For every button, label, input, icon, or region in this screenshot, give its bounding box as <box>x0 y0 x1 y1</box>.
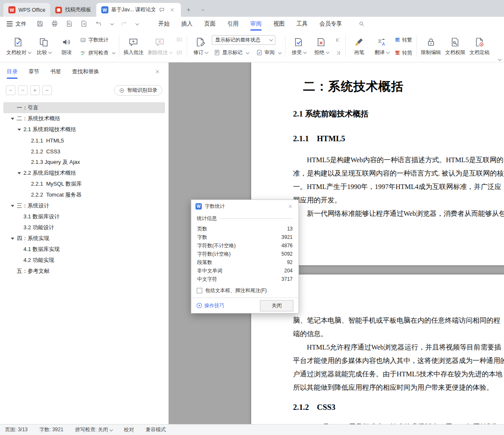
show-markup-icon <box>214 49 220 56</box>
zoom-out-button[interactable] <box>42 85 52 95</box>
next-change-button[interactable] <box>333 48 343 58</box>
compat-mode-indicator[interactable]: 兼容模式 <box>146 426 166 433</box>
checkbox[interactable] <box>197 288 202 293</box>
proofread-button[interactable]: 文档校对 <box>4 33 33 60</box>
new-tab-button[interactable] <box>183 4 194 15</box>
tab-list-button[interactable] <box>198 4 208 15</box>
next-comment-button[interactable] <box>174 48 185 58</box>
toc-item[interactable]: 2.1 系统前端技术概括 <box>3 124 165 135</box>
tab-view[interactable]: 视图 <box>273 17 285 31</box>
tab-chapters[interactable]: 章节 <box>28 68 39 75</box>
reject-button[interactable]: 拒绝 <box>310 33 333 60</box>
traditional-to-simplified-button[interactable]: 繁 转简 <box>393 48 414 58</box>
print-preview-button[interactable] <box>65 20 73 28</box>
toc-item[interactable]: 3.1 数据库设计 <box>3 211 165 222</box>
simplified-to-traditional-button[interactable]: 简 转繁 <box>393 35 414 45</box>
toc-item[interactable]: 三：系统设计 <box>3 200 165 211</box>
dialog-title: 字数统计 <box>205 203 225 210</box>
tab-page[interactable]: 页面 <box>204 17 216 31</box>
previous-comment-button[interactable] <box>174 35 185 45</box>
word-count-indicator[interactable]: 字数: 3921 <box>39 426 63 433</box>
delete-comment-button[interactable]: 删除批注 <box>146 33 174 60</box>
reject-icon <box>316 37 327 48</box>
page-indicator[interactable]: 页面: 3/13 <box>5 426 28 433</box>
tab-close-icon[interactable] <box>168 6 176 14</box>
tab-insert[interactable]: 插入 <box>181 17 193 31</box>
translate-button[interactable]: 文A 翻译 <box>370 33 393 60</box>
tab-catalog[interactable]: 目录 <box>7 68 18 75</box>
active-document-tab[interactable]: W 基于Jav... 课程论文 <box>96 3 181 17</box>
track-changes-button[interactable]: 修订 <box>189 33 212 60</box>
accept-icon <box>293 37 304 48</box>
ribbon-collapse-icon[interactable] <box>498 57 501 61</box>
tab-find-replace[interactable]: 查找和替换 <box>72 68 99 75</box>
print-button[interactable] <box>50 20 59 28</box>
expand-arrow-icon[interactable] <box>11 205 14 207</box>
tips-link[interactable]: 操作技巧 <box>196 302 224 309</box>
proofread-toggle[interactable]: 校对 <box>124 426 134 433</box>
toc-item[interactable]: 一：引言 <box>3 102 165 113</box>
toc-item[interactable]: 4.1 数据库实现 <box>3 244 165 255</box>
tab-member[interactable]: 会员专享 <box>319 17 342 31</box>
redo-button[interactable] <box>119 20 128 28</box>
zoom-in-button[interactable] <box>30 85 40 95</box>
redo-caret-icon[interactable] <box>135 22 139 25</box>
export-button[interactable] <box>80 20 88 28</box>
tab-reference[interactable]: 引用 <box>227 17 239 31</box>
expand-arrow-icon[interactable] <box>11 118 14 120</box>
toc-item[interactable]: 四：系统实现 <box>3 233 165 244</box>
toc-item[interactable]: 2.1.3 Jquery 及 Ajax <box>3 157 165 168</box>
caret-icon <box>28 50 31 54</box>
expand-all-button[interactable] <box>6 85 15 95</box>
undo-caret-icon[interactable] <box>110 22 113 25</box>
review-pane-button[interactable]: 审阅 <box>254 48 283 58</box>
toc-item[interactable]: 4.2 功能实现 <box>3 255 165 266</box>
spell-check-toggle[interactable]: 拼写检查: 关闭 <box>75 426 112 433</box>
compare-button[interactable]: 比较 <box>33 33 55 60</box>
tab-tools[interactable]: 工具 <box>296 17 308 31</box>
expand-arrow-icon[interactable] <box>18 129 21 131</box>
search-icon[interactable] <box>357 19 366 28</box>
svg-text:123: 123 <box>82 39 85 41</box>
save-button[interactable] <box>36 20 44 28</box>
close-pane-icon[interactable] <box>153 67 162 76</box>
expand-arrow-icon[interactable] <box>18 172 21 174</box>
tab-review[interactable]: 审阅 <box>250 17 262 31</box>
file-menu-button[interactable]: 文件 <box>7 20 26 28</box>
toc-item[interactable]: 五：参考文献 <box>3 266 165 277</box>
show-markup-button[interactable]: 显示标记 <box>212 48 251 58</box>
doc-permission-button[interactable]: 文档权限 <box>443 33 468 60</box>
toc-item[interactable]: 2.2 系统后端技术概括 <box>3 168 165 179</box>
expand-arrow-icon[interactable] <box>11 238 14 240</box>
toc-item[interactable]: 二：系统技术概括 <box>3 113 165 124</box>
smart-identify-button[interactable]: 智能识别目录 <box>114 85 162 96</box>
toc-item[interactable]: 2.2.1 MySQL 数据库 <box>3 179 165 189</box>
template-doc-tab[interactable]: 找稿壳模板 <box>50 3 96 17</box>
catalog-toolbar: 智能识别目录 <box>0 81 168 101</box>
doc-text-line: HTML5是构建Web内容的一种语言描述方式。HTML5是互联网的 <box>293 153 504 167</box>
wps-home-tab[interactable]: W WPS Office <box>3 3 50 17</box>
tab-home[interactable]: 开始 <box>158 17 170 31</box>
collapse-all-button[interactable] <box>18 85 28 95</box>
close-button[interactable]: 关闭 <box>260 300 293 311</box>
dialog-titlebar[interactable]: W 字数统计 <box>191 200 298 212</box>
previous-change-button[interactable] <box>333 35 343 45</box>
undo-button[interactable] <box>94 20 103 28</box>
tab-comment-icon[interactable] <box>158 6 166 14</box>
restrict-edit-button[interactable]: 限制编辑 <box>419 33 443 60</box>
spell-check-button[interactable]: ABC 拼写检查 <box>78 48 117 58</box>
toc-item[interactable]: 2.1.1 HTML5 <box>3 135 165 146</box>
toc-item[interactable]: 2.1.2 CSS3 <box>3 146 165 157</box>
markup-state-select[interactable]: 显示标记的最终状态 <box>212 35 275 45</box>
doc-finalize-button[interactable]: 文档定稿 <box>468 33 492 60</box>
accept-button[interactable]: 接受 <box>288 33 310 60</box>
brush-button[interactable]: 画笔 <box>348 33 370 60</box>
tab-bookmarks[interactable]: 书签 <box>50 68 61 75</box>
word-count-button[interactable]: 123 字数统计 <box>78 35 117 45</box>
dialog-close-icon[interactable] <box>286 202 294 210</box>
insert-comment-button[interactable]: 插入批注 <box>121 33 146 60</box>
toc-item[interactable]: 2.2.2 Tomcat 服务器 <box>3 189 165 200</box>
toc-item[interactable]: 3.2 功能设计 <box>3 222 165 233</box>
translate-icon: 文A <box>376 37 387 48</box>
read-aloud-button[interactable]: 朗读 <box>55 33 78 60</box>
